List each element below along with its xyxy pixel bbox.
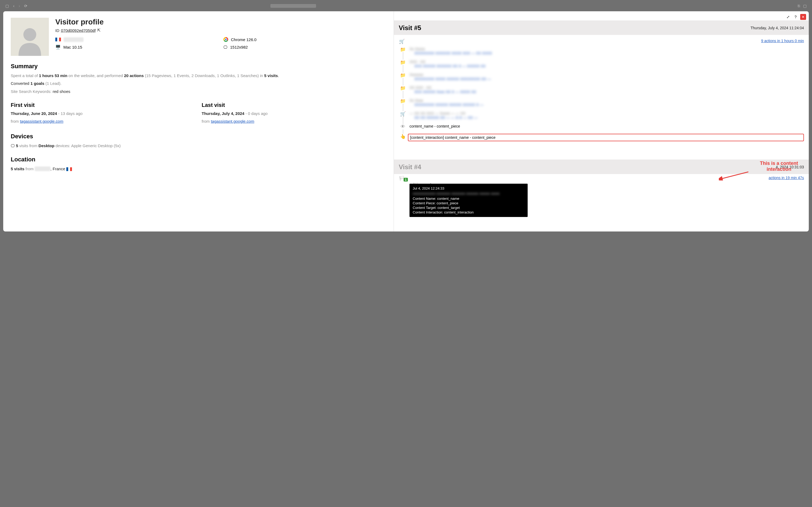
visit-5-timeline: 📁Xx XxxxxXXXXXXXX XXXXXX XXXX XXX — XX X… [400,45,804,144]
annotation-label: This is a content interaction [760,161,798,172]
content-interaction-tooltip: Jul 4, 2024 12:24:33 xxxxxxxxxxxxx xxxxx… [409,184,528,217]
timeline-row[interactable]: 📁Xx XxxxXXXXXXXX XXXXX XXXXX XXXXX X — [400,96,804,109]
flag-fr-icon [55,38,61,41]
minimize-icon[interactable]: ⤢ [785,14,791,20]
url-bar[interactable] [271,4,316,8]
id-value[interactable]: 070d0092ed7050df [61,28,96,33]
monitor-icon: 🖵 [223,45,227,49]
timeline-row[interactable]: 🛒— XX XX XXX — Xxxxx — — XXXX XX XXXXX X… [400,109,804,122]
page-title: Visitor profile [55,18,386,26]
visitor-profile-modal: ⤢ ? ✕ Visitor profile ID 070d0092ed7050d… [3,11,809,231]
folder-icon: 📁 [400,72,406,78]
first-visit-ref: from tagassistant.google.com [11,118,195,124]
last-visit-heading: Last visit [201,102,386,108]
first-visit-date: Thursday, June 20, 2024 - 13 days ago [11,110,195,117]
timeline-row[interactable]: 📁Xx XxxxxXXXXXXXX XXXXXX XXXX XXX — XX X… [400,45,804,57]
sidebar-toggle-icon[interactable]: ▢ [5,4,9,8]
folder-icon: 📁 [400,98,406,104]
resolution-meta: 🖵 1512x982 [223,45,386,50]
profile-pane: Visitor profile ID 070d0092ed7050df ⇱ xx… [3,11,394,231]
browser-toolbar: ▢ ‹ › ⟳ ⎘ ▢ [3,3,809,9]
visit-4-actions-link[interactable]: x actions in 19 min 47s [766,176,804,180]
goals-text: Converted 1 goals (1 Lead). [11,80,386,87]
city-blurred: xxxxx [64,37,83,42]
tooltip-row: Content Interaction: content_interaction [413,210,524,214]
export-icon[interactable]: ⇱ [97,28,101,33]
svg-point-0 [23,28,36,41]
content-interaction-row[interactable]: 👆[content_interaction] content_name - co… [400,131,804,144]
share-icon[interactable]: ⎘ [798,4,800,8]
timeline-row[interactable]: 📁XXX - XXXXX XXXXX XXXXXX XX X — XXXXX X… [400,57,804,70]
browser-value: Chrome 126.0 [231,37,256,42]
cart-icon: 🛒 [400,111,406,117]
tooltip-row: Content Target: content_target [413,206,524,210]
folder-icon: 📁 [400,47,406,52]
visit-5-title: Visit #5 [399,24,421,32]
tooltip-row: Content Name: content_name [413,196,524,201]
id-label: ID [55,28,59,33]
actions-summary-link[interactable]: 9 actions in 1 hours 0 min [761,39,804,43]
timeline-row[interactable]: 📁XxxxxxxXXXXXXXX XXXX XXXXX XXXXXXXX XX … [400,70,804,83]
last-visit-ref: from tagassistant.google.com [201,118,386,124]
mac-icon: 🖥️ [55,45,61,50]
browser-meta: Chrome 126.0 [223,37,386,42]
summary-heading: Summary [11,63,386,70]
eye-icon: 👁 [400,124,406,129]
back-icon[interactable]: ‹ [13,4,14,8]
goal-badge: 1 [404,178,408,181]
desktop-icon: 🖵 [11,144,16,148]
visits-pane: Visit #5 Thursday, July 4, 2024 11:24:04… [394,11,809,231]
forward-icon[interactable]: › [19,4,20,8]
visit-5-date: Thursday, July 4, 2024 11:24:04 [751,26,804,30]
devices-text: 🖵 5 visits from Desktop devices: Apple G… [11,143,386,149]
tooltip-date: Jul 4, 2024 12:24:33 [413,186,524,190]
folder-icon: 📁 [400,60,406,65]
search-text: Site Search Keywords: red shoes [11,88,386,95]
tooltip-row: Content Piece: content_piece [413,201,524,205]
visit-4-header: Visit #4 Thursday, July 4, 2024 10:31:03 [394,160,809,174]
folder-icon: 📁 [400,86,406,91]
touch-icon: 👆 [400,134,406,139]
location-heading: Location [11,156,386,163]
visit-4-title: Visit #4 [399,163,421,171]
visit-5-header: Visit #5 Thursday, July 4, 2024 11:24:04 [394,20,809,35]
close-icon[interactable]: ✕ [800,14,806,20]
resolution-value: 1512x982 [230,45,248,49]
summary-text: Spent a total of 1 hours 53 min on the w… [11,72,386,79]
avatar [11,18,49,56]
reload-icon[interactable]: ⟳ [24,4,27,8]
os-meta: 🖥️ Mac 10.15 [55,45,218,50]
city-blurred-2: xxx [35,167,51,171]
flag-fr-icon [66,167,72,171]
devices-heading: Devices [11,133,386,140]
visitor-id: ID 070d0092ed7050df ⇱ [55,28,386,33]
first-visit-heading: First visit [11,102,195,108]
country-meta: xxxxx [55,37,218,42]
os-value: Mac 10.15 [63,45,82,49]
help-icon[interactable]: ? [793,14,799,20]
chrome-icon [223,37,228,42]
tabs-icon[interactable]: ▢ [803,4,807,8]
timeline-row[interactable]: 📁XX XXX - XXXXX XXXXX Xxxx XX X — XXXX X… [400,83,804,96]
last-visit-date: Thursday, July 4, 2024 - 0 days ago [201,110,386,117]
cart-icon: 🛒 [399,39,405,44]
location-text: 5 visits from xxx, France [11,166,386,172]
content-view-row[interactable]: 👁content_name - content_piece [400,122,804,131]
